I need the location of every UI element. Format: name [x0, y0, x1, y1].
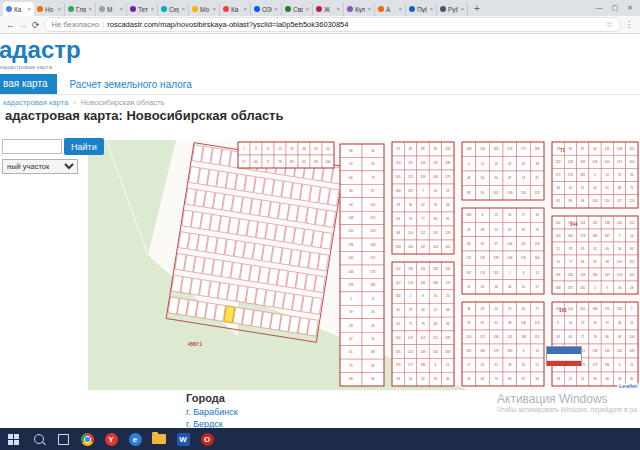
parcel[interactable]	[190, 278, 201, 295]
parcel[interactable]	[292, 294, 303, 311]
file-explorer-icon[interactable]	[147, 428, 171, 450]
parcel[interactable]	[300, 184, 311, 201]
parcel[interactable]	[314, 276, 325, 293]
parcel[interactable]	[231, 262, 242, 279]
parcel[interactable]	[328, 189, 339, 206]
egrn-banner-image[interactable]	[546, 346, 582, 366]
breadcrumb-parent[interactable]: кадастровая карта	[3, 98, 68, 107]
parcel[interactable]	[217, 171, 228, 188]
parcel[interactable]	[182, 210, 193, 227]
word-icon[interactable]: W	[171, 428, 195, 450]
parcel[interactable]	[253, 243, 264, 260]
parcel[interactable]	[227, 284, 238, 301]
back-icon[interactable]: ←	[6, 20, 15, 30]
parcel[interactable]	[228, 217, 239, 234]
browser-tab[interactable]: Сва×	[282, 2, 313, 16]
parcel[interactable]	[277, 270, 288, 287]
parcel[interactable]	[296, 273, 307, 290]
parcel[interactable]	[283, 293, 294, 310]
parcel[interactable]	[199, 280, 210, 297]
parcel[interactable]	[234, 241, 245, 258]
parcel[interactable]	[299, 251, 310, 268]
parcel[interactable]	[325, 210, 336, 227]
tab-close-icon[interactable]: ×	[274, 6, 278, 12]
browser-tab[interactable]: Тет×	[127, 2, 158, 16]
parcel[interactable]	[274, 291, 285, 308]
tab-close-icon[interactable]: ×	[181, 6, 185, 12]
parcel[interactable]	[319, 187, 330, 204]
parcel[interactable]	[262, 245, 273, 262]
tab-close-icon[interactable]: ×	[243, 6, 247, 12]
parcel[interactable]	[293, 228, 304, 245]
browser-tab[interactable]: Сер×	[158, 2, 189, 16]
browser-tab[interactable]: Пуб×	[406, 2, 437, 16]
browser-tab[interactable]: Куп×	[344, 2, 375, 16]
parcel[interactable]	[184, 255, 195, 272]
browser-tab[interactable]: Ж×	[313, 2, 344, 16]
tab-close-icon[interactable]: ×	[460, 6, 464, 12]
tab-close-icon[interactable]: ×	[88, 6, 92, 12]
object-type-select[interactable]: ный участок	[2, 159, 78, 174]
tab-close-icon[interactable]: ×	[367, 6, 371, 12]
browser-tab[interactable]: Мо×	[189, 2, 220, 16]
browser-tab[interactable]: Но×	[34, 2, 65, 16]
tab-close-icon[interactable]: ×	[336, 6, 340, 12]
opera-icon[interactable]: O	[195, 428, 219, 450]
search-button[interactable]: Найти	[64, 138, 104, 155]
parcel[interactable]	[306, 207, 317, 224]
parcel[interactable]	[206, 236, 217, 253]
minimize-window-icon[interactable]: —	[596, 4, 603, 12]
parcel[interactable]	[259, 267, 270, 284]
browser-tab[interactable]: А×	[375, 2, 406, 16]
city-link[interactable]: г. Барабинск	[186, 407, 238, 417]
start-button[interactable]	[0, 428, 27, 450]
maximize-window-icon[interactable]: ▢	[612, 4, 619, 12]
parcel[interactable]	[207, 169, 218, 186]
parcel[interactable]	[200, 213, 211, 230]
parcel[interactable]	[181, 277, 192, 294]
parcel[interactable]	[281, 248, 292, 265]
browser-tab[interactable]: Ка×	[220, 2, 251, 16]
parcel[interactable]	[220, 149, 231, 166]
browser-tab[interactable]: Гла×	[65, 2, 96, 16]
browser-tab[interactable]: ОЗО×	[251, 2, 282, 16]
parcel[interactable]	[275, 225, 286, 242]
parcel[interactable]	[287, 204, 298, 221]
tab-close-icon[interactable]: ×	[27, 6, 31, 12]
parcel[interactable]	[282, 181, 293, 198]
parcel[interactable]	[185, 188, 196, 205]
parcel[interactable]	[201, 146, 212, 163]
highlighted-parcel[interactable]	[224, 306, 235, 323]
parcel[interactable]	[303, 229, 314, 246]
bookmark-star-icon[interactable]: ☆	[606, 20, 613, 29]
parcel[interactable]	[256, 222, 267, 239]
parcel[interactable]	[247, 220, 258, 237]
browser-tab[interactable]: Ка×	[3, 2, 34, 16]
parcel[interactable]	[209, 281, 220, 298]
parcel[interactable]	[232, 196, 243, 213]
parcel[interactable]	[265, 223, 276, 240]
parcel[interactable]	[315, 209, 326, 226]
parcel[interactable]	[195, 190, 206, 207]
address-bar[interactable]: Не безопасно | roscadastr.com/map/novosi…	[44, 17, 621, 32]
reload-icon[interactable]: ⟳	[32, 20, 40, 30]
parcel[interactable]	[284, 226, 295, 243]
parcel[interactable]	[189, 167, 200, 184]
nav-tab-cadastral-map[interactable]: вая карта	[0, 74, 57, 94]
parcel[interactable]	[216, 238, 227, 255]
parcel[interactable]	[286, 271, 297, 288]
parcel[interactable]	[175, 253, 186, 270]
parcel[interactable]	[254, 177, 265, 194]
chrome-icon[interactable]	[75, 428, 99, 450]
task-view-icon[interactable]	[51, 428, 75, 450]
nav-link-land-tax[interactable]: Расчет земельного налога	[69, 79, 191, 90]
parcel[interactable]	[244, 175, 255, 192]
parcel[interactable]	[192, 145, 203, 162]
parcel[interactable]	[309, 186, 320, 203]
parcel[interactable]	[305, 274, 316, 291]
parcel[interactable]	[268, 268, 279, 285]
parcel[interactable]	[321, 232, 332, 249]
parcel[interactable]	[222, 194, 233, 211]
browser-menu-icon[interactable]: ⋮	[625, 20, 634, 29]
browser-tab[interactable]: М×	[96, 2, 127, 16]
